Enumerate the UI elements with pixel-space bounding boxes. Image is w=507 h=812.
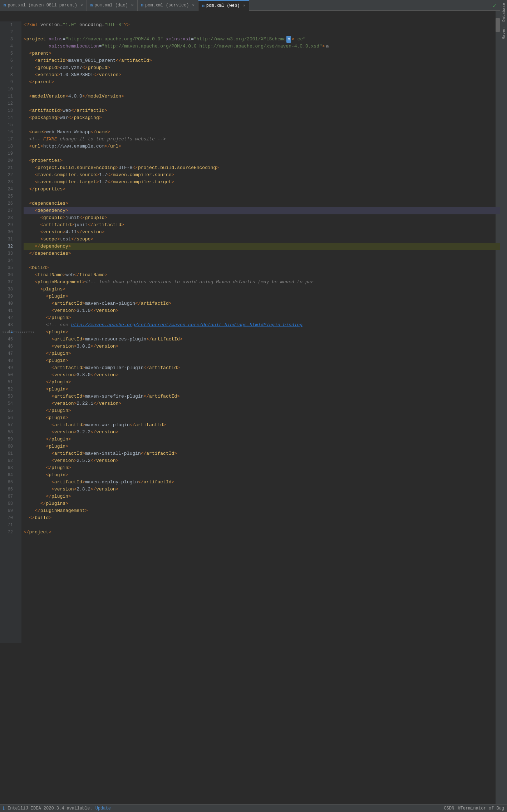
code-line-68: </plugins> [24, 500, 500, 507]
code-line-8: <version>1.0-SNAPSHOT</version> [24, 71, 500, 79]
checkmark-icon: ✓ [493, 2, 496, 9]
ln-71: 71 [0, 522, 15, 529]
ln-50: 50 [0, 372, 15, 379]
ln-19: 19 [0, 150, 15, 157]
ln-63: 63 [0, 464, 15, 472]
status-bar: ℹ IntelliJ IDEA 2020.3.4 available. Upda… [0, 804, 507, 812]
tab-close-1[interactable]: × [131, 3, 134, 8]
code-line-43: <!-- see http://maven.apache.org/ref/cur… [24, 322, 500, 329]
tab-dao[interactable]: m pom.xml (dao) × [87, 0, 138, 11]
code-line-31: <scope>test</scope> [24, 236, 500, 243]
ln-62: 62 [0, 457, 15, 464]
ln-36: 36 [0, 272, 15, 279]
ln-15: 15 [0, 121, 15, 129]
code-line-59: </plugin> [24, 436, 500, 443]
code-line-69: </pluginManagement> [24, 507, 500, 514]
ln-33: 33 [0, 250, 15, 257]
code-line-72: </project> [24, 529, 500, 536]
code-line-47: </plugin> [24, 350, 500, 357]
code-line-37: <pluginManagement><!-- lock down plugins… [24, 279, 500, 286]
tab-service[interactable]: m pom.xml (service) × [138, 0, 199, 11]
ln-22: 22 [0, 171, 15, 179]
ln-65: 65 [0, 479, 15, 486]
tab-label-0: pom.xml (maven_0811_parent) [8, 3, 77, 8]
ln-5: 5 [0, 50, 15, 57]
code-line-36: <finalName>web</finalName> [24, 272, 500, 279]
code-line-9: </parent> [24, 79, 500, 86]
code-line-39: <plugin> [24, 293, 500, 300]
ln-29: 29 [0, 221, 15, 229]
ln-10: 10 [0, 86, 15, 93]
tab-label-1: pom.xml (dao) [94, 3, 128, 8]
tab-web[interactable]: m pom.xml (web) × [198, 0, 249, 11]
status-terminator: ®Terminator of Bug [458, 806, 504, 811]
ln-61: 61 [0, 450, 15, 457]
ln-16: 16 [0, 129, 15, 136]
tab-maven-parent[interactable]: m pom.xml (maven_0811_parent) × [0, 0, 87, 11]
ln-24: 24 [0, 186, 15, 193]
code-line-7: <groupId>com.yzh7</groupId> [24, 64, 500, 71]
ln-55: 55 [0, 407, 15, 414]
code-line-15 [24, 121, 500, 129]
code-line-20: <properties> [24, 157, 500, 164]
code-line-66: <version>2.8.2</version> [24, 486, 500, 493]
ln-67: 67 [0, 493, 15, 500]
tab-bar: m pom.xml (maven_0811_parent) × m pom.xm… [0, 0, 507, 11]
ln-39: 39 [0, 293, 15, 300]
code-line-55: </plugin> [24, 407, 500, 414]
code-content: <?xml version="1.0" encoding="UTF-8"?> <… [21, 21, 500, 643]
ln-40: 40 [0, 300, 15, 307]
ln-34: 34 [0, 257, 15, 264]
sidebar-maven[interactable]: Maven [501, 25, 507, 42]
ln-54: 54 [0, 400, 15, 407]
tab-close-3[interactable]: × [243, 4, 245, 8]
sidebar-database[interactable]: Database [501, 0, 507, 25]
code-line-58: <version>3.2.2</version> [24, 429, 500, 436]
ln-70: 70 [0, 514, 15, 522]
code-line-34 [24, 257, 500, 264]
status-update-link[interactable]: Update [95, 806, 111, 811]
ln-37: 37 [0, 279, 15, 286]
code-line-65: <artifactId>maven-deploy-plugin</artifac… [24, 479, 500, 486]
ln-58: 58 [0, 429, 15, 436]
code-line-3: <project xmlns="http://maven.apache.org/… [24, 36, 500, 43]
ln-57: 57 [0, 422, 15, 429]
code-line-12 [24, 100, 500, 107]
code-line-14: <packaging>war</packaging> [24, 114, 500, 121]
status-idea-text: IntelliJ IDEA 2020.3.4 available. [8, 806, 93, 811]
ln-48: 48 [0, 357, 15, 364]
ln-45: 45 [0, 336, 15, 343]
code-line-50: <version>3.8.0</version> [24, 372, 500, 379]
code-line-5: <parent> [24, 50, 500, 57]
code-line-33: </dependencies> [24, 250, 500, 257]
tab-close-2[interactable]: × [192, 3, 195, 8]
code-line-57: <artifactId>maven-war-plugin</artifactId… [24, 422, 500, 429]
ln-64: 64 [0, 472, 15, 479]
ln-14: 14 [0, 114, 15, 121]
ln-13: 13 [0, 107, 15, 114]
info-icon: ℹ [3, 806, 5, 811]
ln-35: 35 [0, 264, 15, 272]
code-line-53: <artifactId>maven-surefire-plugin</artif… [24, 393, 500, 400]
code-line-27: <dependency> [24, 207, 500, 214]
code-line-32: </dependency> [24, 243, 500, 250]
ln-52: 52 [0, 386, 15, 393]
ln-47: 47 [0, 350, 15, 357]
tab-close-0[interactable]: × [80, 3, 83, 8]
status-right-section: CSDN ®Terminator of Bug [444, 806, 504, 811]
ln-6: 6 [0, 57, 15, 64]
ln-28: 28 [0, 214, 15, 221]
ln-21: 21 [0, 164, 15, 171]
code-line-6: <artifactId>maven_0811_parent</artifactI… [24, 57, 500, 64]
code-line-13: <artifactId>web</artifactId> [24, 107, 500, 114]
ln-66: 66 [0, 486, 15, 493]
ln-41: 41 [0, 307, 15, 314]
code-line-38: <plugins> [24, 286, 500, 293]
ln-69: 69 [0, 507, 15, 514]
ln-59: 59 [0, 436, 15, 443]
code-line-46: <version>3.0.2</version> [24, 343, 500, 350]
ln-20: 20 [0, 157, 15, 164]
code-line-63: </plugin> [24, 464, 500, 472]
code-line-30: <version>4.11</version> [24, 229, 500, 236]
ln-30: 30 [0, 229, 15, 236]
